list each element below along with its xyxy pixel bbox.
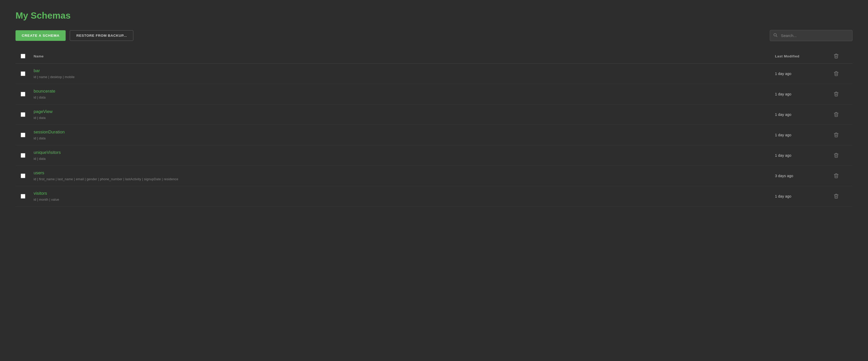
schema-name-col: pageView id | data <box>34 109 775 120</box>
search-input[interactable] <box>770 30 852 41</box>
schema-actions-col <box>832 131 847 139</box>
select-all-checkbox[interactable] <box>21 54 25 58</box>
row-checkbox-col <box>21 194 34 199</box>
schema-modified-text: 1 day ago <box>775 133 791 137</box>
header-modified-col: Last Modified <box>775 54 832 58</box>
schema-modified-text: 1 day ago <box>775 92 791 96</box>
bulk-delete-button[interactable] <box>832 53 841 60</box>
header-modified-label: Last Modified <box>775 54 800 58</box>
schema-fields: id | data <box>34 157 45 160</box>
schema-modified-text: 1 day ago <box>775 153 791 157</box>
table-header: Name Last Modified <box>16 49 852 64</box>
schema-modified-col: 1 day ago <box>775 71 832 76</box>
row-checkbox-col <box>21 71 34 76</box>
row-checkbox-col <box>21 112 34 117</box>
schema-name-link[interactable]: pageView <box>34 109 775 114</box>
toolbar-left: CREATE A SCHEMA RESTORE FROM BACKUP... <box>16 30 133 41</box>
schema-modified-col: 3 days ago <box>775 174 832 178</box>
schema-modified-text: 1 day ago <box>775 113 791 117</box>
schema-modified-col: 1 day ago <box>775 133 832 137</box>
schema-fields: id | first_name | last_name | email | ge… <box>34 177 178 181</box>
table-row: bar id | name | desktop | mobile 1 day a… <box>16 64 852 84</box>
row-checkbox[interactable] <box>21 153 25 158</box>
schema-fields: id | data <box>34 96 45 99</box>
schema-modified-text: 1 day ago <box>775 72 791 76</box>
table-row: users id | first_name | last_name | emai… <box>16 166 852 186</box>
delete-schema-button[interactable] <box>832 111 841 118</box>
schema-fields: id | name | desktop | mobile <box>34 75 75 79</box>
schema-name-col: sessionDuration id | data <box>34 129 775 141</box>
row-checkbox-col <box>21 133 34 137</box>
delete-schema-button[interactable] <box>832 70 841 77</box>
schema-name-link[interactable]: bouncerate <box>34 89 775 94</box>
schema-actions-col <box>832 70 847 77</box>
create-schema-button[interactable]: CREATE A SCHEMA <box>16 30 66 41</box>
schema-modified-col: 1 day ago <box>775 194 832 199</box>
header-name-col: Name <box>34 54 775 58</box>
schema-fields: id | data <box>34 116 45 120</box>
schema-name-link[interactable]: users <box>34 171 775 176</box>
schemas-table: Name Last Modified bar id <box>16 49 852 207</box>
table-body: bar id | name | desktop | mobile 1 day a… <box>16 64 852 207</box>
row-checkbox[interactable] <box>21 194 25 199</box>
schema-fields: id | month | value <box>34 198 59 202</box>
schema-fields: id | data <box>34 137 45 140</box>
schema-actions-col <box>832 91 847 98</box>
schema-name-col: bouncerate id | data <box>34 89 775 99</box>
schema-name-col: users id | first_name | last_name | emai… <box>34 171 775 181</box>
row-checkbox[interactable] <box>21 92 25 96</box>
schema-modified-col: 1 day ago <box>775 92 832 96</box>
delete-schema-button[interactable] <box>832 193 841 200</box>
delete-schema-button[interactable] <box>832 91 841 98</box>
schema-name-col: visitors id | month | value <box>34 191 775 202</box>
header-name-label: Name <box>34 54 44 58</box>
schema-actions-col <box>832 111 847 118</box>
schema-actions-col <box>832 172 847 179</box>
table-row: visitors id | month | value 1 day ago <box>16 186 852 207</box>
schema-name-link[interactable]: uniqueVisitors <box>34 150 775 155</box>
page-title: My Schemas <box>16 10 852 21</box>
schema-modified-col: 1 day ago <box>775 112 832 117</box>
restore-backup-button[interactable]: RESTORE FROM BACKUP... <box>70 30 133 41</box>
schema-name-col: uniqueVisitors id | data <box>34 150 775 161</box>
schema-name-col: bar id | name | desktop | mobile <box>34 68 775 79</box>
table-row: pageView id | data 1 day ago <box>16 104 852 125</box>
schema-name-link[interactable]: visitors <box>34 191 775 196</box>
schema-modified-text: 1 day ago <box>775 194 791 198</box>
header-checkbox-col <box>21 54 34 58</box>
search-container <box>770 30 852 41</box>
schema-name-link[interactable]: sessionDuration <box>34 129 775 135</box>
row-checkbox[interactable] <box>21 133 25 137</box>
row-checkbox[interactable] <box>21 112 25 117</box>
row-checkbox[interactable] <box>21 174 25 178</box>
row-checkbox[interactable] <box>21 71 25 76</box>
row-checkbox-col <box>21 153 34 158</box>
schema-actions-col <box>832 152 847 159</box>
header-actions-col <box>832 53 847 60</box>
table-row: sessionDuration id | data 1 day ago <box>16 125 852 145</box>
schema-modified-col: 1 day ago <box>775 153 832 158</box>
toolbar: CREATE A SCHEMA RESTORE FROM BACKUP... <box>16 30 852 41</box>
schema-actions-col <box>832 193 847 200</box>
table-row: bouncerate id | data 1 day ago <box>16 84 852 104</box>
schema-name-link[interactable]: bar <box>34 68 775 73</box>
schema-modified-text: 3 days ago <box>775 174 793 178</box>
row-checkbox-col <box>21 174 34 178</box>
delete-schema-button[interactable] <box>832 152 841 159</box>
delete-schema-button[interactable] <box>832 172 841 179</box>
row-checkbox-col <box>21 92 34 96</box>
table-row: uniqueVisitors id | data 1 day ago <box>16 145 852 166</box>
delete-schema-button[interactable] <box>832 131 841 139</box>
